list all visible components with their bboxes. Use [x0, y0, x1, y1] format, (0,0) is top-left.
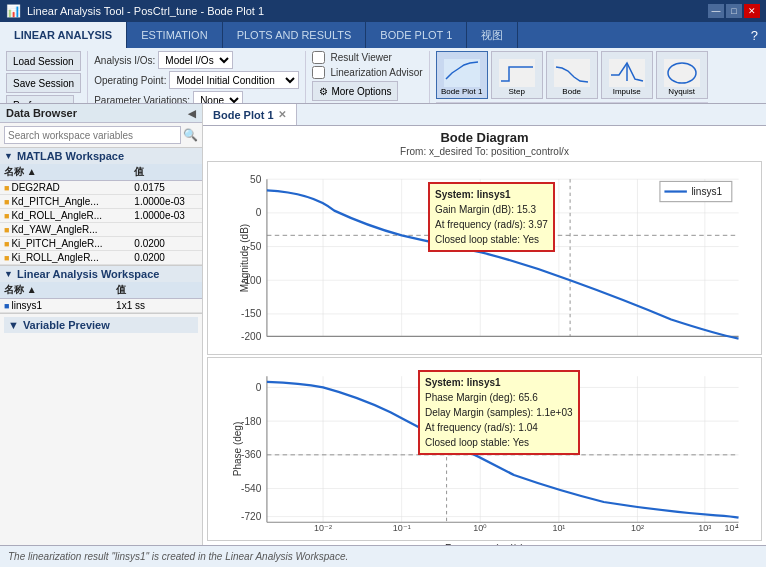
magnitude-plot[interactable]: Magnitude (dB) — [207, 161, 762, 355]
status-bar: The linearization result "linsys1" is cr… — [0, 545, 766, 567]
svg-text:0: 0 — [256, 381, 262, 392]
col-name[interactable]: 名称 ▲ — [0, 164, 130, 181]
variable-preview-section: ▼ Variable Preview — [0, 314, 202, 338]
search-icon[interactable]: 🔍 — [183, 128, 198, 142]
close-button[interactable]: ✕ — [744, 4, 760, 18]
analysis-ios-label: Analysis I/Os: — [94, 55, 155, 66]
svg-text:-200: -200 — [241, 331, 262, 342]
operating-point-row: Operating Point: Model Initial Condition — [94, 71, 299, 89]
tab-bar-right: ? — [743, 22, 766, 48]
load-session-button[interactable]: Load Session — [6, 51, 81, 71]
matlab-workspace-section: ▼ MATLAB Workspace 名称 ▲ 值 ■DEG2RAD0.0175… — [0, 148, 202, 266]
result-viewer-checkbox[interactable] — [312, 51, 325, 64]
matlab-workspace-label: MATLAB Workspace — [17, 150, 124, 162]
bode-button[interactable]: Bode — [546, 51, 598, 99]
bode-plot1-button[interactable]: Bode Plot 1 — [436, 51, 488, 99]
nyquist-button[interactable]: Nyquist — [656, 51, 708, 99]
linsys-icon: ■ — [4, 301, 9, 311]
ws-item-value: 0.0175 — [130, 181, 202, 195]
matlab-ws-row[interactable]: ■DEG2RAD0.0175 — [0, 181, 202, 195]
linear-workspace-label: Linear Analysis Workspace — [17, 268, 159, 280]
bode-subtitle: From: x_desired To: position_control/x — [207, 146, 762, 157]
linear-ws-row[interactable]: ■linsys11x1 ss — [0, 299, 202, 313]
svg-text:10⁻²: 10⁻² — [314, 523, 332, 533]
tab-close-icon[interactable]: ✕ — [278, 109, 286, 120]
linear-workspace-title[interactable]: ▼ Linear Analysis Workspace — [0, 266, 202, 282]
tab-plots-results[interactable]: PLOTS AND RESULTS — [223, 22, 367, 48]
ribbon-file-buttons: Load Session — [6, 51, 81, 71]
content-area: Bode Plot 1 ✕ Bode Diagram From: x_desir… — [203, 104, 766, 545]
svg-text:0: 0 — [256, 207, 262, 218]
tab-estimation[interactable]: ESTIMATION — [127, 22, 222, 48]
main-layout: Data Browser ◀ 🔍 ▼ MATLAB Workspace 名称 ▲… — [0, 104, 766, 545]
matlab-ws-row[interactable]: ■Kd_YAW_AngleR... — [0, 223, 202, 237]
save-session-button[interactable]: Save Session — [6, 73, 81, 93]
phase-svg: 0 -180 -360 -540 -720 10⁻² 10⁻¹ 10⁰ 10¹ … — [222, 358, 761, 540]
matlab-ws-row[interactable]: ■Kd_PITCH_Angle...1.0000e-03 — [0, 195, 202, 209]
more-options-button[interactable]: ⚙ More Options — [312, 81, 398, 101]
variable-preview-arrow: ▼ — [8, 319, 19, 331]
lin-advisor-label: Linearization Advisor — [330, 67, 422, 78]
matlab-ws-row[interactable]: ■Ki_ROLL_AngleR...0.0200 — [0, 251, 202, 265]
tab-linear-analysis[interactable]: LINEAR ANALYSIS — [0, 22, 127, 48]
maximize-button[interactable]: □ — [726, 4, 742, 18]
svg-rect-0 — [444, 59, 480, 87]
svg-text:10²: 10² — [631, 523, 644, 533]
ribbon-save-row: Save Session — [6, 73, 81, 93]
ribbon-setup-group: Analysis I/Os: Model I/Os Operating Poin… — [94, 51, 306, 104]
svg-text:10⁴: 10⁴ — [725, 523, 739, 533]
title-bar: 📊 Linear Analysis Tool - PosCtrl_tune - … — [0, 0, 766, 22]
bode-plot1-icon — [444, 59, 480, 87]
search-input[interactable] — [4, 126, 181, 144]
lin-ws-item-value: 1x1 ss — [112, 299, 202, 313]
step-button[interactable]: Step — [491, 51, 543, 99]
linear-workspace-section: ▼ Linear Analysis Workspace 名称 ▲ 值 ■lins… — [0, 266, 202, 314]
impulse-button[interactable]: Impulse — [601, 51, 653, 99]
matlab-ws-row[interactable]: ■Kd_ROLL_AngleR...1.0000e-03 — [0, 209, 202, 223]
gear-icon: ⚙ — [319, 86, 328, 97]
magnitude-ylabel: Magnitude (dB) — [239, 224, 250, 292]
svg-text:-720: -720 — [241, 511, 262, 522]
lin-advisor-row: Linearization Advisor — [312, 66, 422, 79]
svg-text:-360: -360 — [241, 449, 262, 460]
svg-text:10⁰: 10⁰ — [473, 523, 487, 533]
result-viewer-label: Result Viewer — [330, 52, 392, 63]
content-tab-bar: Bode Plot 1 ✕ — [203, 104, 766, 126]
lin-col-value[interactable]: 值 — [112, 282, 202, 299]
var-icon: ■ — [4, 253, 9, 263]
matlab-workspace-table: 名称 ▲ 值 ■DEG2RAD0.0175■Kd_PITCH_Angle...1… — [0, 164, 202, 265]
phase-plot[interactable]: Phase (deg) — [207, 357, 762, 541]
ws-item-name: ■Ki_PITCH_AngleR... — [0, 237, 130, 251]
more-options-row: ⚙ More Options — [312, 81, 422, 101]
tab-view[interactable]: 视图 — [467, 22, 518, 48]
minimize-button[interactable]: — — [708, 4, 724, 18]
svg-point-50 — [442, 436, 451, 445]
lin-advisor-checkbox[interactable] — [312, 66, 325, 79]
tab-bode-plot1[interactable]: BODE PLOT 1 — [366, 22, 467, 48]
operating-point-select[interactable]: Model Initial Condition — [169, 71, 299, 89]
analysis-ios-select[interactable]: Model I/Os — [158, 51, 233, 69]
operating-point-label: Operating Point: — [94, 75, 166, 86]
ws-item-name: ■Kd_YAW_AngleR... — [0, 223, 130, 237]
col-value[interactable]: 值 — [130, 164, 202, 181]
ribbon: Load Session Save Session Preferences FI… — [0, 48, 766, 104]
lin-col-name[interactable]: 名称 ▲ — [0, 282, 112, 299]
matlab-workspace-title[interactable]: ▼ MATLAB Workspace — [0, 148, 202, 164]
step-icon — [499, 59, 535, 87]
param-variations-select[interactable]: None — [193, 91, 243, 104]
preferences-button[interactable]: Preferences — [6, 95, 74, 104]
param-variations-row: Parameter Variations: None — [94, 91, 299, 104]
sidebar-collapse-button[interactable]: ◀ — [188, 108, 196, 119]
content-tab-bode1[interactable]: Bode Plot 1 ✕ — [203, 104, 297, 125]
matlab-ws-row[interactable]: ■Ki_PITCH_AngleR...0.0200 — [0, 237, 202, 251]
variable-preview-title[interactable]: ▼ Variable Preview — [4, 317, 198, 333]
ribbon-pref-row: Preferences — [6, 95, 81, 104]
content-tab-label: Bode Plot 1 — [213, 109, 274, 121]
result-viewer-row: Result Viewer — [312, 51, 422, 64]
search-box: 🔍 — [0, 123, 202, 148]
ribbon-options-group: Result Viewer Linearization Advisor ⚙ Mo… — [312, 51, 429, 104]
sidebar-title: Data Browser — [6, 107, 77, 119]
help-icon[interactable]: ? — [743, 28, 766, 43]
magnitude-svg: 50 0 -50 -100 -150 -200 linsys1 — [222, 162, 761, 354]
var-icon: ■ — [4, 239, 9, 249]
